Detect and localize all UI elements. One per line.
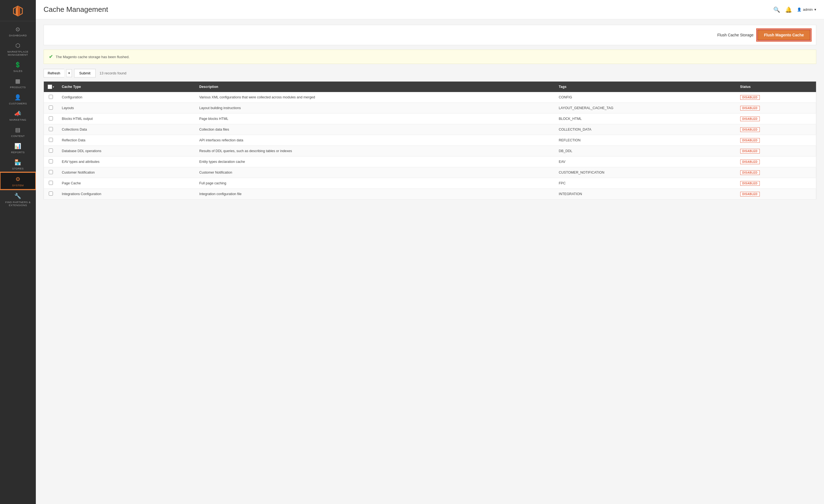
description-cell: Results of DDL queries, such as describi… xyxy=(195,146,555,157)
sidebar-item-label: FIND PARTNERS & EXTENSIONS xyxy=(2,201,34,207)
alert-message: The Magento cache storage has been flush… xyxy=(56,55,129,59)
user-icon: 👤 xyxy=(797,7,801,12)
marketplace-icon: ⬡ xyxy=(14,42,21,49)
tags-cell: FPC xyxy=(555,178,736,189)
sidebar-item-products[interactable]: ▦ PRODUCTS xyxy=(0,75,36,91)
bell-icon[interactable]: 🔔 xyxy=(785,6,792,13)
table-row: Reflection DataAPI interfaces reflection… xyxy=(44,135,816,146)
description-cell: Various XML configurations that were col… xyxy=(195,92,555,103)
cache-type-cell: Configuration xyxy=(58,92,195,103)
sidebar: ⊙ DASHBOARD ⬡ MARKETPLACE MANAGEMENT 💲 S… xyxy=(0,0,36,504)
status-badge: DISABLED xyxy=(740,117,760,121)
row-select-cell xyxy=(44,113,58,124)
row-select-cell xyxy=(44,189,58,200)
description-cell: API interfaces reflection data xyxy=(195,135,555,146)
customers-icon: 👤 xyxy=(14,94,21,101)
cache-type-cell: EAV types and attributes xyxy=(58,157,195,167)
sales-icon: 💲 xyxy=(14,61,21,68)
row-checkbox[interactable] xyxy=(49,106,53,110)
status-badge: DISABLED xyxy=(740,181,760,186)
status-cell: DISABLED xyxy=(736,103,816,113)
extensions-icon: 🔧 xyxy=(14,192,21,200)
table-body: ConfigurationVarious XML configurations … xyxy=(44,92,816,200)
sidebar-item-customers[interactable]: 👤 CUSTOMERS xyxy=(0,91,36,107)
system-icon: ⚙ xyxy=(14,176,21,183)
success-alert: ✔ The Magento cache storage has been flu… xyxy=(43,49,816,64)
sidebar-logo xyxy=(0,0,36,21)
row-select-cell xyxy=(44,178,58,189)
sidebar-item-content[interactable]: ▤ CONTENT xyxy=(0,123,36,140)
tags-cell: CUSTOMER_NOTIFICATION xyxy=(555,167,736,178)
row-select-cell xyxy=(44,103,58,113)
status-badge: DISABLED xyxy=(740,160,760,164)
row-checkbox[interactable] xyxy=(49,116,53,120)
sidebar-item-extensions[interactable]: 🔧 FIND PARTNERS & EXTENSIONS xyxy=(0,190,36,209)
status-badge: DISABLED xyxy=(740,95,760,100)
status-cell: DISABLED xyxy=(736,146,816,157)
dashboard-icon: ⊙ xyxy=(14,26,21,33)
username-label: admin xyxy=(803,7,813,12)
row-checkbox[interactable] xyxy=(49,138,53,142)
submit-button[interactable]: Submit xyxy=(74,69,96,78)
row-checkbox[interactable] xyxy=(49,148,53,153)
sidebar-item-label: SALES xyxy=(13,70,22,73)
table-row: Page CacheFull page cachingFPCDISABLED xyxy=(44,178,816,189)
header-actions: 🔍 🔔 👤 admin ▾ xyxy=(773,6,816,13)
row-checkbox[interactable] xyxy=(49,181,53,185)
sidebar-item-label: PRODUCTS xyxy=(10,86,26,89)
sidebar-item-dashboard[interactable]: ⊙ DASHBOARD xyxy=(0,23,36,39)
sidebar-item-label: CUSTOMERS xyxy=(9,102,27,105)
th-status: Status xyxy=(736,82,816,92)
cache-type-cell: Customer Notification xyxy=(58,167,195,178)
status-cell: DISABLED xyxy=(736,92,816,103)
row-checkbox[interactable] xyxy=(49,192,53,196)
cache-type-cell: Integrations Configuration xyxy=(58,189,195,200)
th-select: ▾ xyxy=(44,82,58,92)
tags-cell: EAV xyxy=(555,157,736,167)
select-all-checkbox[interactable] xyxy=(48,85,52,89)
table-row: LayoutsLayout building instructionsLAYOU… xyxy=(44,103,816,113)
status-badge: DISABLED xyxy=(740,149,760,154)
description-cell: Integration configuration file xyxy=(195,189,555,200)
description-cell: Full page caching xyxy=(195,178,555,189)
th-tags: Tags xyxy=(555,82,736,92)
description-cell: Customer Notification xyxy=(195,167,555,178)
action-bar: Flush Cache Storage Flush Magento Cache xyxy=(43,25,816,45)
sidebar-item-marketplace[interactable]: ⬡ MARKETPLACE MANAGEMENT xyxy=(0,39,36,59)
reports-icon: 📊 xyxy=(14,142,21,149)
status-cell: DISABLED xyxy=(736,124,816,135)
row-checkbox[interactable] xyxy=(49,127,53,131)
table-row: Integrations ConfigurationIntegration co… xyxy=(44,189,816,200)
row-select-cell xyxy=(44,167,58,178)
refresh-button[interactable]: Refresh xyxy=(43,69,64,78)
tags-cell: LAYOUT_GENERAL_CACHE_TAG xyxy=(555,103,736,113)
status-cell: DISABLED xyxy=(736,167,816,178)
row-checkbox[interactable] xyxy=(49,95,53,99)
description-cell: Layout building instructions xyxy=(195,103,555,113)
refresh-dropdown-button[interactable]: ▾ xyxy=(67,69,72,77)
chevron-down-icon: ▾ xyxy=(814,7,816,12)
cache-type-cell: Reflection Data xyxy=(58,135,195,146)
table-header: ▾ Cache Type Description Tags Status xyxy=(44,82,816,92)
th-description: Description xyxy=(195,82,555,92)
select-dropdown-icon[interactable]: ▾ xyxy=(53,85,54,88)
status-cell: DISABLED xyxy=(736,189,816,200)
sidebar-item-system[interactable]: ⚙ SYSTEM xyxy=(0,172,36,190)
table-row: Collections DataCollection data filesCOL… xyxy=(44,124,816,135)
th-cache-type: Cache Type xyxy=(58,82,195,92)
flush-magento-cache-button[interactable]: Flush Magento Cache xyxy=(757,29,811,40)
sidebar-item-label: DASHBOARD xyxy=(9,34,27,37)
sidebar-item-stores[interactable]: 🏪 STORES xyxy=(0,156,36,172)
row-checkbox[interactable] xyxy=(49,170,53,174)
sidebar-item-reports[interactable]: 📊 REPORTS xyxy=(0,140,36,156)
search-icon[interactable]: 🔍 xyxy=(773,6,780,13)
page-content: Flush Cache Storage Flush Magento Cache … xyxy=(36,19,824,504)
user-menu[interactable]: 👤 admin ▾ xyxy=(797,7,816,12)
tags-cell: COLLECTION_DATA xyxy=(555,124,736,135)
row-select-cell xyxy=(44,135,58,146)
row-select-cell xyxy=(44,157,58,167)
status-badge: DISABLED xyxy=(740,138,760,143)
row-checkbox[interactable] xyxy=(49,159,53,164)
sidebar-item-sales[interactable]: 💲 SALES xyxy=(0,59,36,75)
sidebar-item-marketing[interactable]: 📣 MARKETING xyxy=(0,107,36,123)
